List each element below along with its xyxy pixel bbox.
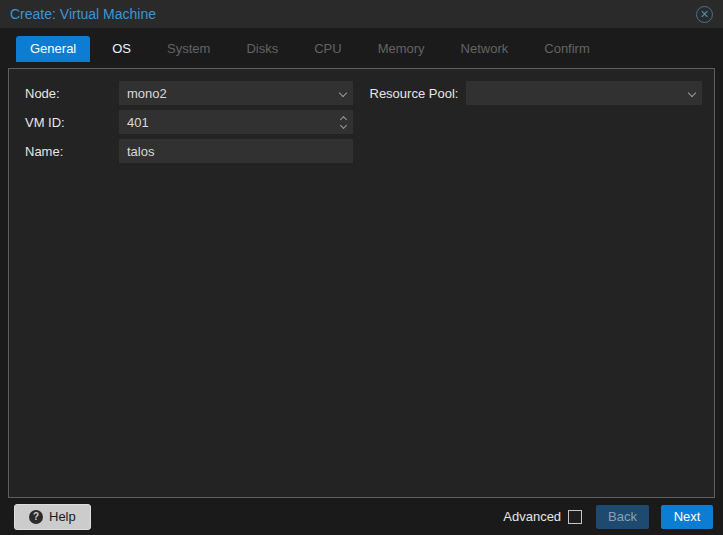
resource-pool-select[interactable]	[466, 81, 703, 105]
name-label: Name:	[17, 144, 119, 159]
node-row: Node:	[17, 81, 362, 105]
help-button-label: Help	[49, 509, 76, 524]
chevron-down-icon[interactable]	[689, 81, 695, 105]
node-label: Node:	[17, 86, 119, 101]
name-field[interactable]	[119, 139, 353, 163]
tab-general[interactable]: General	[16, 36, 90, 62]
tab-system: System	[153, 36, 224, 62]
wizard-tab-bar: General OS System Disks CPU Memory Netwo…	[0, 28, 723, 68]
tab-confirm: Confirm	[530, 36, 604, 62]
general-form-panel: Node: VM ID: Name: Resource Pool:	[8, 68, 715, 498]
node-select-input[interactable]	[119, 81, 353, 105]
tab-cpu: CPU	[300, 36, 355, 62]
back-button: Back	[596, 505, 649, 529]
name-input[interactable]	[119, 139, 353, 163]
spinner-up-down-icon[interactable]	[341, 110, 346, 134]
help-button[interactable]: ? Help	[14, 504, 91, 530]
tab-os[interactable]: OS	[98, 36, 145, 62]
close-icon[interactable]: ✕	[696, 6, 713, 23]
chevron-down-icon[interactable]	[340, 81, 346, 105]
node-select[interactable]	[119, 81, 353, 105]
tab-memory: Memory	[364, 36, 439, 62]
resource-pool-label: Resource Pool:	[362, 86, 466, 101]
dialog-footer: ? Help Advanced Back Next	[0, 498, 723, 535]
dialog-header: Create: Virtual Machine ✕	[0, 0, 723, 28]
tab-disks: Disks	[232, 36, 292, 62]
dialog-title: Create: Virtual Machine	[10, 6, 696, 22]
next-button[interactable]: Next	[661, 505, 713, 529]
question-mark-icon: ?	[29, 510, 43, 524]
advanced-label: Advanced	[503, 509, 561, 524]
resource-pool-row: Resource Pool:	[362, 81, 707, 105]
resource-pool-input[interactable]	[466, 81, 703, 105]
vmid-spinner[interactable]	[119, 110, 353, 134]
name-row: Name:	[17, 139, 362, 163]
tab-network: Network	[447, 36, 523, 62]
vmid-row: VM ID:	[17, 110, 362, 134]
advanced-checkbox[interactable]	[568, 510, 582, 524]
vmid-label: VM ID:	[17, 115, 119, 130]
vmid-input[interactable]	[119, 110, 353, 134]
